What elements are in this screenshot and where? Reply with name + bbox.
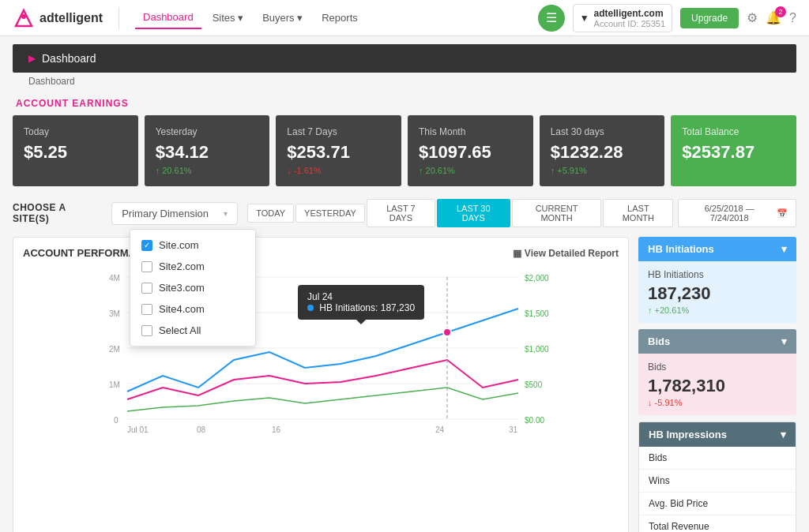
hb-impressions-item-revenue: Total Revenue (639, 515, 796, 532)
hb-initiations-change: ↑ +20.61% (648, 305, 787, 315)
tooltip-label: HB Initiations: (319, 302, 378, 313)
earnings-cards: Today $5.25 Yesterday $34.12 ↑ 20.61% La… (0, 115, 809, 199)
nav-buyers[interactable]: Buyers ▾ (254, 7, 310, 28)
choose-site-row: CHOOSE A SITE(S) Primary Dimension ▾ ✓ S… (13, 199, 796, 227)
header: adtelligent Dashboard Sites ▾ Buyers ▾ R… (0, 0, 809, 36)
filter-today[interactable]: TODAY (247, 204, 294, 223)
bids-change: ↓ -5.91% (648, 398, 787, 407)
card-change-month: ↑ 20.61% (419, 166, 522, 175)
settings-icon[interactable]: ⚙ (747, 10, 758, 25)
main-content: CHOOSE A SITE(S) Primary Dimension ▾ ✓ S… (0, 199, 809, 532)
card-label-total: Total Balance (682, 126, 785, 137)
header-divider (119, 7, 119, 29)
logo-icon (13, 7, 35, 29)
main-nav: Dashboard Sites ▾ Buyers ▾ Reports (135, 6, 366, 29)
tooltip-dot (307, 305, 314, 311)
hb-impressions-title: HB Impressions (649, 429, 727, 440)
card-value-total: $2537.87 (682, 142, 785, 163)
breadcrumb-arrow: ▶ (28, 53, 36, 64)
checkbox-select-all (141, 325, 152, 336)
svg-text:31: 31 (509, 425, 518, 434)
account-earnings-title: ACCOUNT EARNINGS (0, 90, 809, 115)
svg-text:$1,500: $1,500 (525, 309, 549, 318)
svg-point-18 (443, 328, 451, 336)
filter-yesterday[interactable]: YESTERDAY (295, 204, 365, 223)
view-report-link[interactable]: ▦ View Detailed Report (513, 248, 619, 259)
card-change-7days: ↓ -1.61% (287, 166, 390, 175)
dropdown-item-site4[interactable]: Site4.com (130, 298, 255, 320)
primary-dimension-dropdown[interactable]: Primary Dimension ▾ (111, 202, 238, 225)
dropdown-arrow: ▼ (580, 13, 589, 24)
view-report-text: View Detailed Report (525, 248, 619, 259)
bids-value: 1,782,310 (648, 376, 787, 396)
hb-initiations-card: HB Initiations ▾ HB Initiations 187,230 … (638, 237, 796, 323)
hb-initiations-dropdown-icon[interactable]: ▾ (781, 243, 787, 255)
help-icon[interactable]: ? (789, 11, 796, 25)
calendar-icon: 📅 (777, 208, 788, 219)
filter-30days[interactable]: LAST 30 DAYS (437, 199, 510, 227)
date-filter-buttons: TODAY YESTERDAY LAST 7 DAYS LAST 30 DAYS… (247, 199, 796, 227)
hb-initiations-title: HB Initiations (648, 243, 714, 255)
dropdown-item-site2[interactable]: Site2.com (130, 256, 255, 277)
site-dropdown-menu: ✓ Site.com Site2.com Site3.com Site4.com… (130, 229, 256, 347)
hb-impressions-list: Bids Wins Avg. Bid Price Total Revenue H… (639, 447, 796, 532)
notification-badge: 2 (775, 6, 786, 17)
earnings-card-yesterday: Yesterday $34.12 ↑ 20.61% (145, 115, 270, 186)
earnings-card-month: This Month $1097.65 ↑ 20.61% (408, 115, 533, 186)
nav-reports[interactable]: Reports (314, 7, 366, 28)
bids-label: Bids (648, 362, 787, 373)
dropdown-item-site1[interactable]: ✓ Site.com (130, 234, 255, 256)
report-icon-button[interactable]: ☰ (538, 5, 565, 32)
card-change-30days: ↑ +5.91% (551, 166, 654, 175)
breadcrumb-sub: Dashboard (13, 73, 796, 90)
nav-sites[interactable]: Sites ▾ (205, 7, 252, 28)
dropdown-chevron-icon: ▾ (224, 209, 228, 218)
earnings-card-today: Today $5.25 (13, 115, 138, 186)
hb-impressions-item-avg-bid: Avg. Bid Price (639, 493, 796, 515)
report-list-icon: ☰ (546, 10, 557, 25)
chart-title: ACCOUNT PERFORMANCE C ▦ View Detailed Re… (23, 247, 619, 259)
svg-text:24: 24 (435, 425, 445, 434)
checkbox-site1: ✓ (141, 240, 152, 251)
account-site-name: adtelligent.com (594, 8, 666, 19)
earnings-card-30days: Last 30 days $1232.28 ↑ +5.91% (540, 115, 665, 186)
card-label-month: This Month (419, 126, 522, 137)
svg-point-1 (21, 14, 26, 19)
tooltip-number: 187,230 (381, 302, 415, 313)
hb-impressions-dropdown-icon[interactable]: ▾ (781, 429, 786, 440)
hb-initiations-value: 187,230 (648, 283, 787, 304)
card-value-yesterday: $34.12 (156, 142, 259, 163)
account-selector[interactable]: ▼ adtelligent.com Account ID: 25351 (573, 4, 672, 32)
dropdown-item-select-all[interactable]: Select All (130, 320, 255, 341)
nav-dashboard[interactable]: Dashboard (135, 6, 201, 29)
filter-last-month[interactable]: LAST MONTH (603, 199, 673, 227)
checkbox-site4 (141, 304, 152, 315)
svg-text:08: 08 (197, 425, 206, 434)
select-all-label: Select All (159, 324, 201, 336)
date-range-picker[interactable]: 6/25/2018 — 7/24/2018 📅 (678, 199, 796, 227)
checkbox-site3 (141, 283, 152, 294)
dropdown-item-site3[interactable]: Site3.com (130, 277, 255, 298)
svg-text:0: 0 (114, 416, 119, 425)
chart-tooltip: Jul 24 HB Initiations: 187,230 (298, 285, 424, 320)
site4-label: Site4.com (159, 303, 205, 315)
site2-label: Site2.com (159, 260, 205, 272)
earnings-card-total: Total Balance $2537.87 (671, 115, 796, 186)
card-label-yesterday: Yesterday (156, 126, 259, 137)
bids-title: Bids (648, 335, 670, 347)
svg-text:$500: $500 (525, 380, 543, 389)
upgrade-button[interactable]: Upgrade (680, 8, 739, 28)
filter-7days[interactable]: LAST 7 DAYS (367, 199, 435, 227)
breadcrumb-bar: ▶ Dashboard (13, 44, 796, 73)
bids-dropdown-icon[interactable]: ▾ (781, 335, 787, 347)
notification-icon[interactable]: 🔔 2 (766, 10, 781, 25)
card-change-yesterday: ↑ 20.61% (156, 166, 259, 175)
card-value-7days: $253.71 (287, 142, 390, 163)
filter-current-month[interactable]: CURRENT MONTH (512, 199, 602, 227)
logo-text: adtelligent (40, 11, 103, 25)
chart-container: ACCOUNT PERFORMANCE C ▦ View Detailed Re… (13, 237, 629, 532)
header-right: ☰ ▼ adtelligent.com Account ID: 25351 Up… (538, 4, 796, 32)
date-range-text: 6/25/2018 — 7/24/2018 (687, 204, 772, 223)
logo: adtelligent (13, 7, 103, 29)
bids-header: Bids ▾ (638, 329, 796, 354)
